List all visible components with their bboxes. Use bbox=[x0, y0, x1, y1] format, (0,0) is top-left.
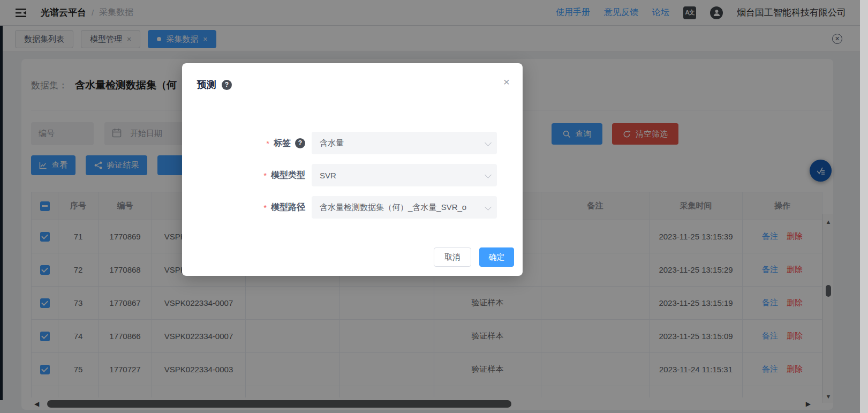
required-asterisk: * bbox=[263, 203, 267, 212]
label-select-value: 含水量 bbox=[320, 138, 344, 148]
chevron-down-icon bbox=[485, 139, 492, 146]
modal-title: 预测 bbox=[197, 78, 216, 91]
model-path-select-value: 含水量检测数据集（何）_含水量_SVR_o bbox=[320, 202, 466, 213]
app-window: 光谱云平台 / 采集数据 使用手册 意见反馈 论坛 A文 烟台国工智能科技有限公… bbox=[0, 0, 860, 413]
cancel-button[interactable]: 取消 bbox=[434, 247, 471, 267]
label-field-label: 标签 bbox=[274, 138, 291, 149]
required-asterisk: * bbox=[263, 171, 267, 180]
chevron-down-icon bbox=[485, 171, 492, 178]
model-type-field-label: 模型类型 bbox=[271, 170, 305, 181]
modal-close-icon[interactable]: × bbox=[503, 76, 510, 87]
label-help-icon[interactable]: ? bbox=[295, 138, 305, 148]
model-path-field-label: 模型路径 bbox=[271, 202, 305, 213]
label-select[interactable]: 含水量 bbox=[312, 132, 497, 154]
model-type-select[interactable]: SVR bbox=[312, 164, 497, 186]
prediction-modal: 预测 ? × * 标签 ? 含水量 * 模型类型 SVR bbox=[182, 63, 523, 276]
modal-help-icon[interactable]: ? bbox=[222, 80, 232, 90]
model-path-select[interactable]: 含水量检测数据集（何）_含水量_SVR_o bbox=[312, 196, 497, 219]
chevron-down-icon bbox=[485, 204, 492, 211]
model-path-field-row: * 模型路径 含水量检测数据集（何）_含水量_SVR_o bbox=[182, 196, 523, 219]
model-type-field-row: * 模型类型 SVR bbox=[182, 164, 523, 186]
confirm-button[interactable]: 确定 bbox=[479, 247, 514, 267]
required-asterisk: * bbox=[266, 139, 269, 148]
model-type-select-value: SVR bbox=[320, 171, 336, 180]
label-field-row: * 标签 ? 含水量 bbox=[182, 132, 523, 154]
